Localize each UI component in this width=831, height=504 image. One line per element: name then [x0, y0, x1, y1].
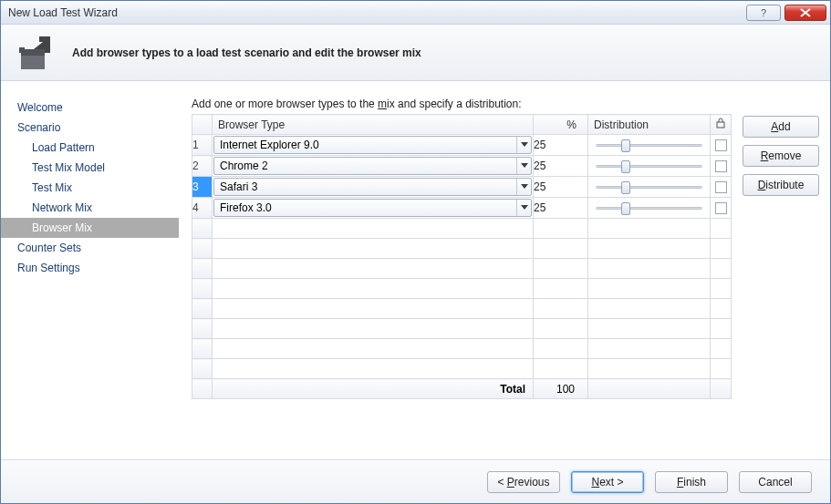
distribute-button[interactable]: Distribute — [743, 174, 819, 196]
chevron-down-icon — [516, 200, 531, 216]
cell-pct[interactable]: 25 — [534, 156, 588, 177]
cell-dist — [588, 135, 711, 156]
cell-dist — [588, 156, 711, 177]
window-title: New Load Test Wizard — [8, 6, 743, 19]
cancel-button[interactable]: Cancel — [739, 471, 812, 493]
close-icon — [800, 8, 811, 17]
wizard-footer: < Previous Next > Finish Cancel — [1, 459, 830, 503]
cell-browser: Safari 3 — [213, 177, 534, 198]
lock-checkbox[interactable] — [715, 181, 727, 193]
cell-browser: Internet Explorer 9.0 — [213, 135, 534, 156]
table-row-empty — [192, 359, 732, 379]
col-header-index — [192, 115, 213, 135]
row-index: 1 — [192, 135, 213, 156]
side-buttons: Add Remove Distribute — [743, 98, 819, 456]
cell-pct[interactable]: 25 — [534, 135, 588, 156]
chevron-down-icon — [516, 137, 531, 153]
title-bar: New Load Test Wizard ? — [1, 1, 830, 25]
cell-browser: Firefox 3.0 — [213, 198, 534, 219]
lock-checkbox[interactable] — [715, 202, 727, 214]
col-header-lock[interactable] — [711, 115, 732, 135]
cell-pct[interactable]: 25 — [534, 177, 588, 198]
table-row-empty — [192, 239, 732, 259]
cell-lock — [711, 135, 732, 156]
cell-browser: Chrome 2 — [213, 156, 534, 177]
help-button[interactable]: ? — [746, 5, 781, 21]
distribution-slider[interactable] — [594, 178, 704, 196]
remove-button[interactable]: Remove — [743, 145, 819, 167]
browser-mix-grid: Browser Type % Distribution 1Internet Ex… — [192, 114, 732, 399]
total-pct: 100 — [534, 379, 588, 399]
row-index: 2 — [192, 156, 213, 177]
lock-checkbox[interactable] — [715, 160, 727, 172]
nav-item-load-pattern[interactable]: Load Pattern — [1, 138, 179, 158]
cell-dist — [588, 177, 711, 198]
browser-combo[interactable]: Firefox 3.0 — [213, 199, 532, 217]
nav-item-network-mix[interactable]: Network Mix — [1, 198, 179, 218]
total-row: Total100 — [192, 379, 732, 399]
svg-rect-3 — [717, 122, 724, 128]
wizard-nav: WelcomeScenarioLoad PatternTest Mix Mode… — [1, 81, 179, 459]
table-row-empty — [192, 319, 732, 339]
chevron-down-icon — [516, 179, 531, 195]
cell-pct[interactable]: 25 — [534, 198, 588, 219]
col-header-browser[interactable]: Browser Type — [213, 115, 534, 135]
nav-item-welcome[interactable]: Welcome — [1, 98, 179, 118]
distribution-slider[interactable] — [594, 136, 704, 154]
nav-item-run-settings[interactable]: Run Settings — [1, 258, 179, 278]
nav-item-scenario[interactable]: Scenario — [1, 118, 179, 138]
col-header-pct[interactable]: % — [534, 115, 588, 135]
add-button[interactable]: Add — [743, 116, 819, 138]
combo-value: Chrome 2 — [214, 159, 516, 172]
browser-combo[interactable]: Safari 3 — [213, 178, 532, 196]
table-row[interactable]: 2Chrome 225 — [192, 156, 732, 177]
browser-combo[interactable]: Internet Explorer 9.0 — [213, 136, 532, 154]
table-row-empty — [192, 219, 732, 239]
table-row-empty — [192, 299, 732, 319]
chevron-down-icon — [516, 158, 531, 174]
nav-item-test-mix[interactable]: Test Mix — [1, 178, 179, 198]
browser-combo[interactable]: Chrome 2 — [213, 157, 532, 175]
next-button[interactable]: Next > — [571, 471, 644, 493]
instruction-text: Add one or more browser types to the mix… — [192, 98, 732, 110]
cell-lock — [711, 198, 732, 219]
combo-value: Internet Explorer 9.0 — [214, 139, 516, 151]
lock-icon — [716, 118, 725, 129]
table-row-empty — [192, 259, 732, 279]
row-index: 3 — [192, 177, 213, 198]
wizard-header: Add browser types to a load test scenari… — [1, 25, 830, 81]
svg-rect-2 — [19, 47, 25, 53]
close-button[interactable] — [784, 5, 826, 21]
table-row[interactable]: 1Internet Explorer 9.025 — [192, 135, 732, 156]
combo-value: Firefox 3.0 — [214, 201, 516, 214]
distribution-slider[interactable] — [594, 157, 704, 175]
wizard-icon — [12, 31, 56, 75]
row-index: 4 — [192, 198, 213, 219]
previous-button[interactable]: < Previous — [487, 471, 560, 493]
nav-item-counter-sets[interactable]: Counter Sets — [1, 238, 179, 258]
table-row-empty — [192, 339, 732, 359]
table-row-empty — [192, 279, 732, 299]
cell-dist — [588, 198, 711, 219]
col-header-dist[interactable]: Distribution — [588, 115, 711, 135]
distribution-slider[interactable] — [594, 199, 704, 217]
finish-button[interactable]: Finish — [655, 471, 728, 493]
table-row[interactable]: 4Firefox 3.025 — [192, 198, 732, 219]
total-label: Total — [213, 379, 534, 399]
cell-lock — [711, 156, 732, 177]
nav-item-browser-mix[interactable]: Browser Mix — [1, 218, 179, 238]
lock-checkbox[interactable] — [715, 139, 727, 151]
table-row[interactable]: 3Safari 325 — [192, 177, 732, 198]
header-text: Add browser types to a load test scenari… — [72, 46, 421, 59]
combo-value: Safari 3 — [214, 180, 516, 193]
nav-item-test-mix-model[interactable]: Test Mix Model — [1, 158, 179, 178]
cell-lock — [711, 177, 732, 198]
